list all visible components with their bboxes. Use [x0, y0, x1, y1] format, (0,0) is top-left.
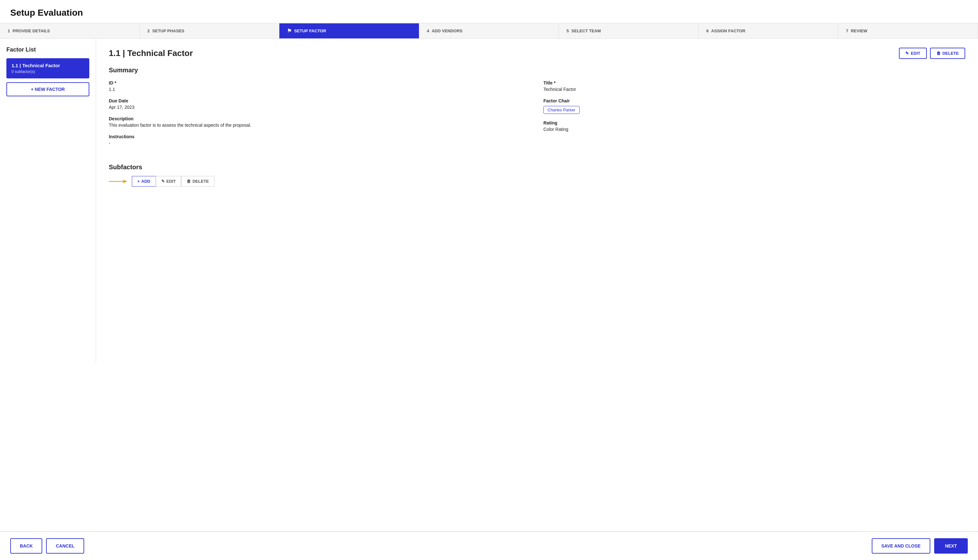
- field-description: Description This evaluation factor is to…: [109, 116, 531, 128]
- sidebar-title: Factor List: [7, 47, 89, 53]
- summary-section-title: Summary: [109, 67, 965, 74]
- step-label-7: REVIEW: [851, 28, 867, 33]
- add-icon: +: [137, 179, 140, 184]
- subfactors-title: Subfactors: [109, 163, 965, 171]
- id-value: 1.1: [109, 87, 531, 92]
- factor-chair-label: Factor Chair: [543, 98, 965, 103]
- edit-icon: ✎: [905, 51, 909, 56]
- step-provide-details[interactable]: 1 PROVIDE DETAILS: [0, 23, 140, 38]
- footer-left: BACK CANCEL: [10, 538, 84, 553]
- step-label-3: SETUP FACTOR: [294, 28, 326, 33]
- due-date-value: Apr 17, 2023: [109, 105, 531, 110]
- summary-left: ID * 1.1 Due Date Apr 17, 2023 Descripti…: [109, 80, 531, 152]
- field-instructions: Instructions -: [109, 134, 531, 146]
- summary-grid: ID * 1.1 Due Date Apr 17, 2023 Descripti…: [109, 80, 965, 152]
- due-date-label: Due Date: [109, 98, 531, 103]
- field-rating: Rating Color Rating: [543, 120, 965, 132]
- subfactor-edit-button[interactable]: ✎ EDIT: [156, 176, 182, 187]
- title-value: Technical Factor: [543, 87, 965, 92]
- step-label-2: SETUP PHASES: [152, 28, 184, 33]
- edit-label: EDIT: [911, 51, 920, 56]
- subfactor-edit-label: EDIT: [167, 179, 176, 184]
- subfactors-section: Subfactors + ADD ✎: [109, 163, 965, 187]
- title-label: Title *: [543, 80, 965, 85]
- detail-header: 1.1 | Technical Factor ✎ EDIT 🗑 DELETE: [109, 48, 965, 59]
- delete-button[interactable]: 🗑 DELETE: [930, 48, 965, 59]
- instructions-value: -: [109, 140, 531, 146]
- cancel-button[interactable]: CANCEL: [46, 538, 84, 553]
- step-num-4: 4: [427, 28, 429, 33]
- field-due-date: Due Date Apr 17, 2023: [109, 98, 531, 110]
- stepper: 1 PROVIDE DETAILS 2 SETUP PHASES ⚑ SETUP…: [0, 23, 978, 39]
- delete-label: DELETE: [943, 51, 959, 56]
- subfactor-delete-label: DELETE: [192, 179, 209, 184]
- step-label-5: SELECT TEAM: [571, 28, 601, 33]
- detail-title: 1.1 | Technical Factor: [109, 48, 193, 58]
- main-content: Factor List 1.1 | Technical Factor 0 sub…: [0, 39, 978, 363]
- rating-value: Color Rating: [543, 127, 965, 132]
- step-setup-factor[interactable]: ⚑ SETUP FACTOR: [279, 23, 419, 38]
- step-review[interactable]: 7 REVIEW: [838, 23, 978, 38]
- step-setup-phases[interactable]: 2 SETUP PHASES: [140, 23, 280, 38]
- subfactor-add-button[interactable]: + ADD: [132, 176, 156, 187]
- svg-marker-1: [123, 180, 128, 183]
- page-title: Setup Evaluation: [0, 0, 978, 23]
- step-num-7: 7: [846, 28, 848, 33]
- subfactor-edit-icon: ✎: [161, 179, 165, 184]
- factor-item-subfactors: 0 subfactor(s): [12, 70, 84, 74]
- field-id: ID * 1.1: [109, 80, 531, 92]
- step-label-1: PROVIDE DETAILS: [12, 28, 50, 33]
- delete-icon: 🗑: [936, 51, 941, 56]
- field-factor-chair: Factor Chair Charles Parker: [543, 98, 965, 114]
- step-num-2: 2: [148, 28, 150, 33]
- step-assign-factor[interactable]: 6 ASSIGN FACTOR: [699, 23, 838, 38]
- footer-right: SAVE AND CLOSE NEXT: [872, 538, 968, 553]
- subfactors-controls: + ADD ✎ EDIT 🗑 DELETE: [109, 176, 965, 187]
- add-label: ADD: [142, 179, 150, 184]
- sidebar: Factor List 1.1 | Technical Factor 0 sub…: [0, 39, 96, 363]
- id-label: ID *: [109, 80, 531, 85]
- step-add-vendors[interactable]: 4 ADD VENDORS: [419, 23, 559, 38]
- setup-factor-icon: ⚑: [287, 28, 292, 34]
- subfactor-delete-icon: 🗑: [187, 179, 191, 184]
- footer: BACK CANCEL SAVE AND CLOSE NEXT: [0, 531, 978, 560]
- detail-actions: ✎ EDIT 🗑 DELETE: [899, 48, 965, 59]
- save-close-button[interactable]: SAVE AND CLOSE: [872, 538, 930, 553]
- detail-panel: 1.1 | Technical Factor ✎ EDIT 🗑 DELETE S…: [96, 39, 978, 363]
- step-num-5: 5: [566, 28, 569, 33]
- field-title: Title * Technical Factor: [543, 80, 965, 92]
- next-button[interactable]: NEXT: [934, 538, 968, 553]
- summary-right: Title * Technical Factor Factor Chair Ch…: [543, 80, 965, 152]
- back-button[interactable]: BACK: [10, 538, 42, 553]
- rating-label: Rating: [543, 120, 965, 125]
- step-label-4: ADD VENDORS: [432, 28, 462, 33]
- factor-chair-badge: Charles Parker: [543, 106, 580, 114]
- step-num-6: 6: [706, 28, 708, 33]
- step-label-6: ASSIGN FACTOR: [711, 28, 745, 33]
- factor-list-item[interactable]: 1.1 | Technical Factor 0 subfactor(s): [7, 58, 89, 78]
- arrow-indicator: [109, 178, 128, 185]
- new-factor-button[interactable]: + NEW FACTOR: [7, 82, 89, 96]
- instructions-label: Instructions: [109, 134, 531, 139]
- description-value: This evaluation factor is to assess the …: [109, 123, 531, 128]
- step-select-team[interactable]: 5 SELECT TEAM: [559, 23, 699, 38]
- subfactor-delete-button[interactable]: 🗑 DELETE: [181, 176, 214, 187]
- edit-button[interactable]: ✎ EDIT: [899, 48, 927, 59]
- description-label: Description: [109, 116, 531, 121]
- step-num-1: 1: [8, 28, 10, 33]
- spacer: [0, 363, 978, 532]
- page-wrapper: Setup Evaluation 1 PROVIDE DETAILS 2 SET…: [0, 0, 978, 560]
- factor-item-title: 1.1 | Technical Factor: [12, 63, 84, 68]
